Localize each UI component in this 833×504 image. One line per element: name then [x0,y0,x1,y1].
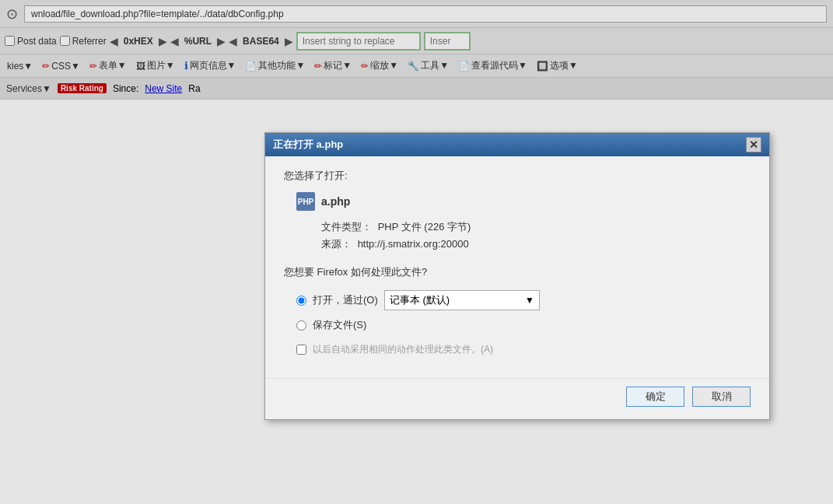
dialog-section-label: 您选择了打开: [284,169,751,183]
source-label: 来源： [321,238,352,250]
cancel-button[interactable]: 取消 [692,387,751,407]
question-label: 您想要 Firefox 如何处理此文件? [284,265,751,279]
file-type-label: 文件类型： [321,221,372,233]
confirm-button[interactable]: 确定 [626,387,684,407]
open-label: 打开，通过(O) [313,293,378,307]
file-name-row: PHP a.php [296,192,751,211]
radio-group: 打开，通过(O) 记事本 (默认) ▼ 保存文件(S) [296,290,751,332]
save-radio[interactable] [296,320,306,331]
file-info-block: PHP a.php 文件类型： PHP 文件 (226 字节) 来源： http… [296,192,751,253]
dialog-body: 您选择了打开: PHP a.php 文件类型： PHP 文件 (226 字节) … [265,156,769,378]
source-value: http://j.smatrix.org:20000 [358,238,469,250]
dialog-close-button[interactable]: ✕ [746,137,761,152]
notepad-dropdown[interactable]: 记事本 (默认) ▼ [384,290,540,310]
open-radio[interactable] [296,296,306,306]
file-type-icon: PHP [296,192,315,211]
open-radio-row: 打开，通过(O) 记事本 (默认) ▼ [296,290,751,310]
dialog-buttons: 确定 取消 [265,378,769,419]
dialog-titlebar: 正在打开 a.php ✕ [265,133,769,156]
save-label: 保存文件(S) [313,318,366,332]
save-radio-row: 保存文件(S) [296,318,751,332]
notepad-dropdown-arrow: ▼ [525,295,534,306]
open-file-dialog: 正在打开 a.php ✕ 您选择了打开: PHP a.php 文件类型： PHP… [264,132,770,420]
auto-checkbox-row: 以后自动采用相同的动作处理此类文件。(A) [296,343,751,356]
dialog-title: 正在打开 a.php [273,138,343,152]
file-name-label: a.php [321,195,350,208]
file-type-value: PHP 文件 (226 字节) [378,221,471,233]
auto-label: 以后自动采用相同的动作处理此类文件。(A) [313,343,493,356]
notepad-select-label: 记事本 (默认) [390,293,450,307]
file-meta: 文件类型： PHP 文件 (226 字节) 来源： http://j.smatr… [321,219,751,253]
auto-action-checkbox[interactable] [296,345,306,355]
